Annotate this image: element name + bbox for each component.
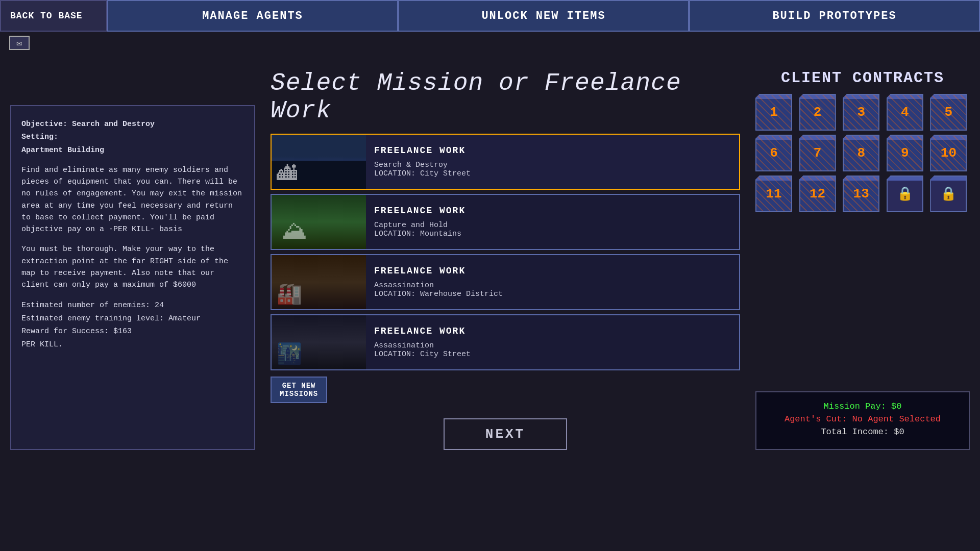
top-nav: Back to Base MANAGE AGENTS UNLOCK NEW IT…: [0, 0, 980, 32]
mission-subtype-2: Capture and Hold: [374, 221, 731, 230]
unlock-items-button[interactable]: UNLOCK NEW ITEMS: [398, 0, 689, 32]
mission-type-4: FREELANCE WORK: [374, 326, 731, 336]
contract-slot-2[interactable]: 2: [799, 94, 836, 131]
mission-location-4: LOCATION: City Street: [374, 350, 731, 359]
contract-slot-6[interactable]: 6: [755, 135, 792, 171]
enemy-training: Estimated enemy training level: Amateur: [21, 312, 244, 325]
per-kill-text: PER KILL.: [21, 338, 244, 352]
mission-description-panel: Objective: Search and Destroy Setting: A…: [10, 105, 255, 450]
contract-slot-8[interactable]: 8: [843, 135, 879, 171]
build-prototypes-button[interactable]: BUILD PROTOTYPES: [689, 0, 980, 32]
mission-info-4: FREELANCE WORK Assassination LOCATION: C…: [366, 315, 739, 369]
mission-type-3: FREELANCE WORK: [374, 266, 731, 276]
contract-slot-11[interactable]: 11: [755, 176, 792, 212]
contract-slot-1[interactable]: 1: [755, 94, 792, 131]
mail-area: ✉: [0, 32, 980, 54]
mission-thumbnail-1: [272, 135, 366, 189]
next-button[interactable]: NEXT: [444, 418, 567, 450]
next-btn-area: NEXT: [271, 418, 740, 450]
mission-info-1: FREELANCE WORK Search & Destroy LOCATION…: [366, 135, 739, 189]
contract-slot-5[interactable]: 5: [930, 94, 967, 131]
main-content: Objective: Search and Destroy Setting: A…: [0, 59, 980, 450]
setting-value: Apartment Building: [21, 144, 244, 156]
mission-stats: Estimated number of enemies: 24 Estimate…: [21, 299, 244, 351]
description-body2: You must be thorough. Make your way to t…: [21, 243, 244, 291]
section-title: Select Mission or Freelance Work: [271, 69, 740, 124]
contract-slot-9[interactable]: 9: [887, 135, 923, 171]
enemy-count: Estimated number of enemies: 24: [21, 299, 244, 312]
contracts-title: CLIENT CONTRACTS: [755, 69, 970, 87]
setting-label: Setting:: [21, 131, 244, 143]
manage-agents-button[interactable]: MANAGE AGENTS: [107, 0, 398, 32]
mission-info-2: FREELANCE WORK Capture and Hold LOCATION…: [366, 195, 739, 249]
mission-type-2: FREELANCE WORK: [374, 206, 731, 216]
payment-box: Mission Pay: $0 Agent's Cut: No Agent Se…: [755, 391, 970, 450]
mission-thumbnail-3: [272, 255, 366, 309]
mission-type-1: FREELANCE WORK: [374, 145, 731, 156]
mission-thumbnail-4: [272, 315, 366, 369]
contract-slot-13[interactable]: 13: [843, 176, 879, 212]
mission-card-3[interactable]: FREELANCE WORK Assassination LOCATION: W…: [271, 254, 740, 310]
mission-list: FREELANCE WORK Search & Destroy LOCATION…: [271, 134, 740, 370]
contract-slot-3[interactable]: 3: [843, 94, 879, 131]
center-panel: Select Mission or Freelance Work FREELAN…: [271, 59, 740, 450]
contract-slot-12[interactable]: 12: [799, 176, 836, 212]
contract-slot-7[interactable]: 7: [799, 135, 836, 171]
reward-text: Reward for Success: $163: [21, 325, 244, 338]
agents-cut-text: Agent's Cut: No Agent Selected: [767, 414, 959, 424]
back-to-base-button[interactable]: Back to Base: [0, 0, 107, 32]
mission-info-3: FREELANCE WORK Assassination LOCATION: W…: [366, 255, 739, 309]
description-body1: Find and eliminate as many enemy soldier…: [21, 164, 244, 236]
mission-card-4[interactable]: FREELANCE WORK Assassination LOCATION: C…: [271, 314, 740, 370]
total-income-text: Total Income: $0: [767, 427, 959, 437]
contract-slot-14-locked: 🔒: [887, 176, 923, 212]
right-panel: CLIENT CONTRACTS 1 2 3 4 5 6 7 8 9 10 11…: [755, 59, 970, 450]
mail-icon[interactable]: ✉: [9, 36, 30, 50]
mission-pay-text: Mission Pay: $0: [767, 402, 959, 411]
contract-slot-10[interactable]: 10: [930, 135, 967, 171]
mission-subtype-1: Search & Destroy: [374, 161, 731, 169]
mission-card-2[interactable]: FREELANCE WORK Capture and Hold LOCATION…: [271, 194, 740, 250]
contract-slot-15-locked: 🔒: [930, 176, 967, 212]
objective-text: Objective: Search and Destroy: [21, 118, 244, 130]
mission-subtype-3: Assassination: [374, 281, 731, 290]
mission-subtype-4: Assassination: [374, 341, 731, 350]
mission-location-1: LOCATION: City Street: [374, 169, 731, 178]
contract-slot-4[interactable]: 4: [887, 94, 923, 131]
mission-card-1[interactable]: FREELANCE WORK Search & Destroy LOCATION…: [271, 134, 740, 190]
get-new-missions-button[interactable]: GET NEWMISSIONS: [271, 377, 327, 403]
mission-thumbnail-2: [272, 195, 366, 249]
mission-location-3: LOCATION: Warehouse District: [374, 290, 731, 298]
mission-location-2: LOCATION: Mountains: [374, 230, 731, 238]
contracts-grid: 1 2 3 4 5 6 7 8 9 10 11 12 13 🔒 🔒: [755, 94, 970, 212]
